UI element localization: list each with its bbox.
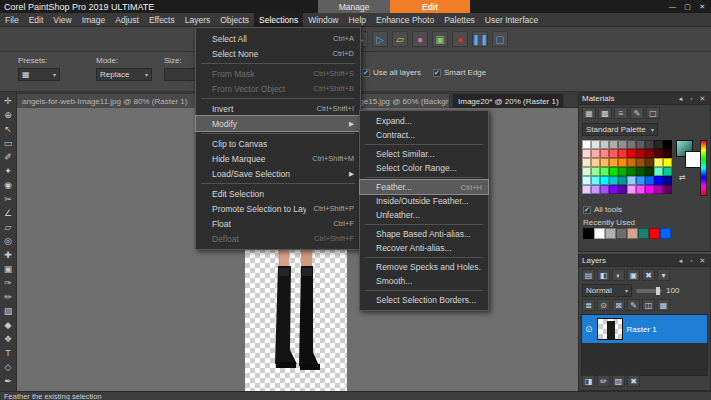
color-swatch[interactable] (649, 228, 660, 239)
zoom-tool-icon[interactable]: ⊕ (0, 108, 16, 122)
color-swatch[interactable] (663, 167, 672, 176)
color-swatch[interactable] (591, 176, 600, 185)
color-swatch[interactable] (609, 176, 618, 185)
text-tool-icon[interactable]: T (0, 346, 16, 360)
menu-user-interface[interactable]: User Interface (480, 13, 543, 27)
menu-item-select-none[interactable]: Select None Ctrl+D (196, 46, 360, 61)
image-icon[interactable]: ▣ (432, 31, 448, 47)
pick-tool-icon[interactable]: ↖ (0, 122, 16, 136)
color-swatch[interactable] (582, 140, 591, 149)
color-swatch[interactable] (600, 140, 609, 149)
menu-item-invert[interactable]: Invert Ctrl+Shift+I (196, 101, 360, 116)
pattern-icon[interactable]: ▧ (612, 375, 625, 387)
maximize-button[interactable]: ▢ (681, 1, 694, 12)
color-swatch[interactable] (609, 185, 618, 194)
presets-dropdown[interactable]: ▦ ▾ (18, 68, 60, 81)
menu-item-select-similar[interactable]: Select Similar... (360, 147, 488, 161)
color-swatch[interactable] (600, 185, 609, 194)
menu-image[interactable]: Image (77, 13, 111, 27)
delete-icon[interactable]: ✖ (627, 375, 640, 387)
color-swatch[interactable] (654, 158, 663, 167)
color-swatch[interactable] (627, 167, 636, 176)
color-swatch[interactable] (618, 140, 627, 149)
color-swatch[interactable] (663, 176, 672, 185)
color-swatch[interactable] (600, 149, 609, 158)
scratch-remover-tool-icon[interactable]: ✑ (0, 276, 16, 290)
color-swatch[interactable] (654, 185, 663, 194)
color-swatch[interactable] (582, 167, 591, 176)
color-swatch[interactable] (616, 228, 627, 239)
color-swatch[interactable] (618, 167, 627, 176)
menu-item-shape-based-anti-alias[interactable]: Shape Based Anti-alias... (360, 227, 488, 241)
color-swatch[interactable] (582, 176, 591, 185)
menu-file[interactable]: File (0, 13, 24, 27)
color-swatch[interactable] (663, 158, 672, 167)
forward-alt-icon[interactable]: ▷ (372, 31, 388, 47)
rainbow-picker-strip[interactable] (700, 140, 707, 196)
tab-edit[interactable]: Edit (390, 0, 470, 13)
color-swatch[interactable] (627, 176, 636, 185)
blend-mode-dropdown[interactable]: Normal ▾ (582, 284, 632, 297)
palette-icon[interactable]: ● (412, 31, 428, 47)
eraser-tool-icon[interactable]: ▨ (0, 304, 16, 318)
color-swatch[interactable] (618, 176, 627, 185)
minimize-button[interactable]: — (666, 1, 679, 12)
close-icon[interactable]: ✕ (698, 94, 707, 103)
menu-item-clip-to-canvas[interactable]: Clip to Canvas (196, 136, 360, 151)
swap-colors-icon[interactable]: ⇄ (679, 173, 686, 182)
frame-tab-icon[interactable]: ▢ (646, 107, 660, 119)
color-swatch[interactable] (636, 167, 645, 176)
tab-manage[interactable]: Manage (318, 0, 390, 13)
flood-fill-tool-icon[interactable]: ◆ (0, 318, 16, 332)
all-tools-checkbox[interactable]: ✔ All tools (583, 205, 622, 214)
straighten-tool-icon[interactable]: ∠ (0, 206, 16, 220)
menu-item-hide-marquee[interactable]: Hide Marquee Ctrl+Shift+M (196, 151, 360, 166)
picture-tube-tool-icon[interactable]: ❖ (0, 332, 16, 346)
color-swatch[interactable] (638, 228, 649, 239)
color-swatch[interactable] (600, 167, 609, 176)
menu-help[interactable]: Help (344, 13, 371, 27)
screen-capture-icon[interactable]: ▢ (492, 31, 508, 47)
color-swatch[interactable] (636, 185, 645, 194)
dropper-tool-icon[interactable]: ◉ (0, 178, 16, 192)
visibility-icon[interactable]: ⊙ (597, 299, 610, 311)
color-swatch[interactable] (594, 228, 605, 239)
menu-item-expand[interactable]: Expand... (360, 114, 488, 128)
opacity-slider[interactable] (636, 289, 662, 293)
perspective-correction-tool-icon[interactable]: ▱ (0, 220, 16, 234)
layer-row-raster-1[interactable]: ⊙ Raster 1 (582, 315, 707, 343)
menu-item-select-all[interactable]: Select All Ctrl+A (196, 31, 360, 46)
link-layers-icon[interactable]: ≣ (582, 299, 595, 311)
close-icon[interactable]: ✕ (698, 256, 707, 265)
delete-layer-icon[interactable]: ✖ (642, 269, 655, 281)
menu-item-smooth[interactable]: Smooth... (360, 274, 488, 288)
color-swatch[interactable] (582, 158, 591, 167)
color-swatch[interactable] (618, 149, 627, 158)
document-tab-3-active[interactable]: Image20* @ 20% (Raster 1) ✕ (452, 93, 564, 108)
swatches-tab-icon[interactable]: ▦ (582, 107, 596, 119)
color-swatch[interactable] (654, 149, 663, 158)
mask-overlay-icon[interactable]: ◨ (582, 375, 595, 387)
color-swatch[interactable] (645, 185, 654, 194)
use-all-layers-checkbox[interactable]: ✔ Use all layers (362, 68, 421, 77)
color-swatch[interactable] (645, 140, 654, 149)
float-icon[interactable]: ▫ (687, 256, 696, 265)
menu-item-modify[interactable]: Modify ▶ (196, 116, 360, 131)
menu-item-select-selection-borders[interactable]: Select Selection Borders... (360, 293, 488, 307)
layer-menu-icon[interactable]: ▾ (657, 269, 670, 281)
menu-item-feather[interactable]: Feather... Ctrl+H (360, 180, 488, 194)
menu-edit[interactable]: Edit (24, 13, 49, 27)
color-swatch[interactable] (636, 149, 645, 158)
color-swatch[interactable] (627, 149, 636, 158)
color-swatch[interactable] (591, 140, 600, 149)
color-swatch[interactable] (660, 228, 671, 239)
menu-selections[interactable]: Selections (254, 13, 303, 27)
color-swatch[interactable] (627, 185, 636, 194)
color-swatch[interactable] (636, 176, 645, 185)
magic-wand-tool-icon[interactable]: ✦ (0, 164, 16, 178)
paint-brush-tool-icon[interactable]: ✏ (0, 290, 16, 304)
color-swatch[interactable] (591, 167, 600, 176)
smart-edge-checkbox[interactable]: ✔ Smart Edge (433, 68, 486, 77)
color-swatch[interactable] (636, 140, 645, 149)
menu-window[interactable]: Window (303, 13, 343, 27)
